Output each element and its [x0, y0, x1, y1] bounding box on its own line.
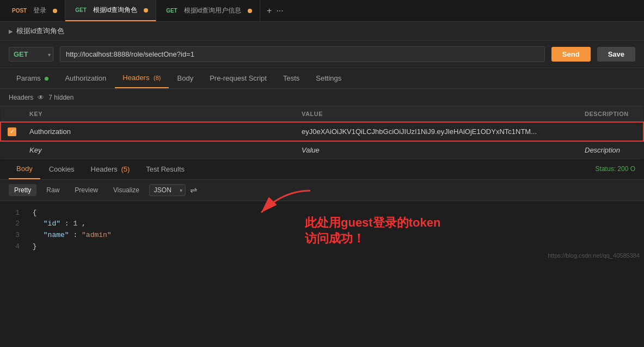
- hidden-count: 7 hidden: [48, 94, 73, 101]
- col-header-value: VALUE: [295, 106, 578, 122]
- sub-tab-headers[interactable]: Headers (8): [115, 68, 168, 88]
- method-badge-get-user: GET: [164, 7, 180, 14]
- empty-checkbox-cell: [1, 141, 23, 159]
- tab-get-user[interactable]: GET 根据id查询用户信息: [156, 0, 260, 21]
- method-select-wrapper[interactable]: GET POST PUT DELETE: [9, 47, 53, 62]
- format-type-wrapper[interactable]: JSON XML HTML Text: [149, 184, 186, 196]
- json-key-id: "id": [44, 220, 60, 228]
- col-header-description: DESCRIPTION: [578, 106, 643, 122]
- sub-tab-body-label: Body: [177, 74, 194, 82]
- sub-tab-tests-label: Tests: [283, 74, 299, 82]
- sub-tab-params-label: Params: [16, 74, 41, 82]
- format-type-select[interactable]: JSON XML HTML Text: [149, 184, 186, 196]
- checkbox-checked[interactable]: ✓: [8, 127, 16, 136]
- headers-badge: (8): [154, 75, 161, 81]
- sub-tabs-bar: Params Authorization Headers (8) Body Pr…: [0, 68, 644, 89]
- format-btn-raw[interactable]: Raw: [41, 184, 65, 196]
- json-brace-close: }: [33, 242, 37, 251]
- code-line-2: 2 "id" : 1 ,: [9, 218, 635, 230]
- eye-icon[interactable]: 👁: [38, 94, 44, 101]
- request-line: GET POST PUT DELETE Send Save: [0, 41, 644, 68]
- json-value-name: "admin": [82, 231, 112, 239]
- json-colon-2: :: [73, 231, 82, 239]
- row-checkbox-cell[interactable]: ✓: [1, 122, 23, 141]
- url-input[interactable]: [60, 46, 545, 62]
- tab-bar: POST 登录 GET 根据id查询角色 GET 根据id查询用户信息 + ··…: [0, 0, 644, 22]
- tab-label-post: 登录: [33, 6, 46, 15]
- sub-tab-settings-label: Settings: [316, 74, 341, 82]
- line-num-3: 3: [9, 230, 20, 241]
- save-button[interactable]: Save: [597, 47, 635, 62]
- json-value-id: 1: [73, 220, 77, 228]
- method-select[interactable]: GET POST PUT DELETE: [9, 47, 53, 62]
- row-value-authorization[interactable]: eyJ0eXAiOiJKV1QiLCJhbGciOiJIUzI1NiJ9.eyJ…: [295, 122, 578, 141]
- format-btn-pretty[interactable]: Pretty: [9, 184, 36, 196]
- format-bar: Pretty Raw Preview Visualize JSON XML HT…: [0, 180, 644, 201]
- json-brace-open: {: [33, 209, 37, 217]
- sub-tab-settings[interactable]: Settings: [308, 69, 349, 88]
- col-header-checkbox: [1, 106, 23, 122]
- add-tab-icon[interactable]: +: [267, 6, 272, 16]
- tab-actions[interactable]: + ···: [260, 6, 290, 16]
- sub-tab-prerequest-label: Pre-request Script: [210, 74, 267, 82]
- response-tabs-bar: Body Cookies Headers (5) Test Results St…: [0, 159, 644, 180]
- send-button[interactable]: Send: [551, 47, 591, 62]
- status-badge: Status: 200 O: [596, 165, 635, 173]
- json-comma-1: ,: [82, 220, 86, 228]
- response-headers-badge: (5): [121, 165, 130, 173]
- code-line-4: 4 }: [9, 241, 635, 253]
- headers-label: Headers: [9, 94, 33, 101]
- format-btn-preview[interactable]: Preview: [69, 184, 103, 196]
- response-tab-body-label: Body: [16, 165, 33, 173]
- tab-dirty-dot-user: [248, 9, 252, 13]
- tab-dirty-dot: [53, 9, 57, 13]
- line-num-4: 4: [9, 241, 20, 253]
- tab-label-get-role: 根据id查询角色: [93, 5, 137, 15]
- code-line-3: 3 "name" : "admin": [9, 230, 635, 241]
- table-row-authorization[interactable]: ✓ Authorization eyJ0eXAiOiJKV1QiLCJhbGci…: [1, 122, 643, 141]
- breadcrumb-label: 根据id查询角色: [16, 26, 64, 36]
- line-num-1: 1: [9, 208, 20, 219]
- breadcrumb: ▶ 根据id查询角色: [0, 22, 644, 41]
- watermark: https://blog.csdn.net/qq_40585384: [548, 252, 640, 259]
- params-dot: [45, 77, 48, 81]
- format-btn-visualize[interactable]: Visualize: [108, 184, 145, 196]
- headers-table: KEY VALUE DESCRIPTION ✓ Authorization ey…: [0, 106, 644, 159]
- tab-dirty-dot-role: [144, 8, 148, 13]
- tab-get-role[interactable]: GET 根据id查询角色: [65, 0, 156, 21]
- line-num-2: 2: [9, 218, 20, 230]
- response-tab-headers[interactable]: Headers (5): [83, 160, 138, 179]
- tab-post-login[interactable]: POST 登录: [2, 0, 65, 21]
- response-area: Body Cookies Headers (5) Test Results St…: [0, 159, 644, 261]
- method-badge-get-role: GET: [73, 7, 89, 14]
- response-tab-test-results-label: Test Results: [146, 165, 185, 173]
- col-header-key: KEY: [23, 106, 295, 122]
- sub-tab-authorization-label: Authorization: [65, 74, 106, 82]
- sort-icon[interactable]: ⇌: [190, 185, 197, 195]
- empty-value-cell[interactable]: Value: [295, 141, 578, 159]
- breadcrumb-arrow: ▶: [9, 28, 13, 34]
- sub-tab-prerequest[interactable]: Pre-request Script: [202, 69, 274, 88]
- response-tab-test-results[interactable]: Test Results: [138, 160, 192, 179]
- row-desc-authorization: [578, 122, 643, 141]
- json-key-name: "name": [44, 231, 69, 239]
- empty-key-cell[interactable]: Key: [23, 141, 295, 159]
- sub-tab-authorization[interactable]: Authorization: [57, 69, 114, 88]
- headers-section: Headers 👁 7 hidden: [0, 89, 644, 106]
- headers-table-wrapper: KEY VALUE DESCRIPTION ✓ Authorization ey…: [0, 106, 644, 159]
- row-key-authorization[interactable]: Authorization: [23, 122, 295, 141]
- sub-tab-headers-label: Headers: [122, 74, 149, 82]
- sub-tab-tests[interactable]: Tests: [275, 69, 307, 88]
- response-tab-body[interactable]: Body: [9, 159, 40, 179]
- code-line-1: 1 {: [9, 208, 635, 219]
- sub-tab-body[interactable]: Body: [170, 69, 201, 88]
- tab-label-get-user: 根据id查询用户信息: [184, 6, 241, 15]
- empty-desc-cell[interactable]: Description: [578, 141, 643, 159]
- more-tabs-icon[interactable]: ···: [276, 6, 283, 16]
- table-row-empty[interactable]: Key Value Description: [1, 141, 643, 159]
- response-tab-cookies-label: Cookies: [49, 165, 75, 173]
- response-tab-cookies[interactable]: Cookies: [41, 160, 82, 179]
- method-badge-post: POST: [10, 7, 29, 14]
- sub-tab-params[interactable]: Params: [9, 69, 56, 88]
- json-colon-1: :: [65, 220, 73, 228]
